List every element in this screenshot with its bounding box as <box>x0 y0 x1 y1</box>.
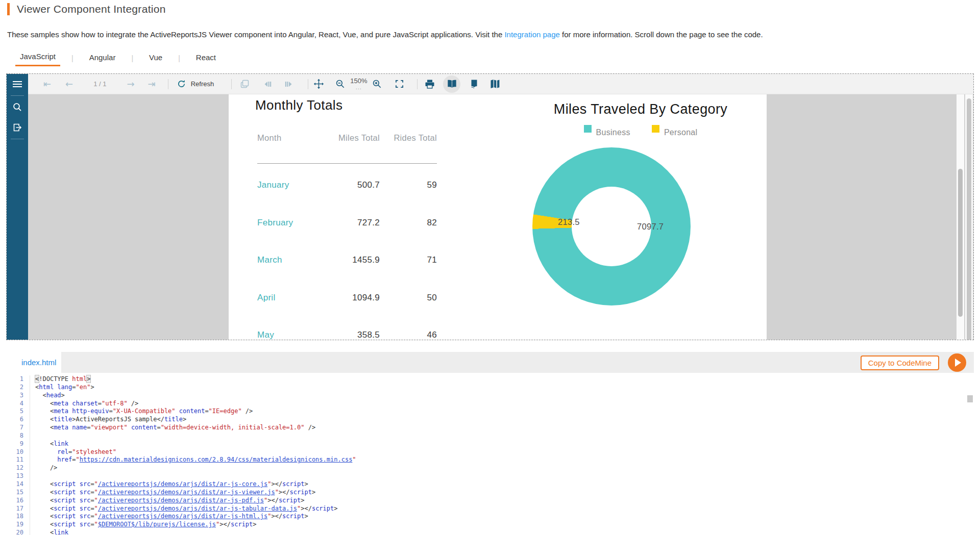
code-text: <script src="$DEMOROOT$/lib/purejs/licen… <box>30 521 257 529</box>
refresh-label[interactable]: Refresh <box>191 80 214 88</box>
history-forward-button[interactable] <box>284 80 293 89</box>
month-link[interactable]: January <box>257 180 334 218</box>
zoom-out-icon <box>335 79 345 89</box>
rides-total-cell: 50 <box>380 293 437 330</box>
line-number: 3 <box>6 392 30 400</box>
pan-move-icon <box>313 79 324 89</box>
zoom-out-button[interactable] <box>335 79 345 89</box>
export-icon <box>12 122 22 133</box>
code-line: 8 <box>6 432 974 440</box>
code-editor[interactable]: 1<!DOCTYPE html>2<html lang="en">3 <head… <box>6 373 974 535</box>
tab-javascript[interactable]: JavaScript <box>15 50 60 66</box>
page-description: These samples show how to integrate the … <box>7 30 763 39</box>
code-lines: 1<!DOCTYPE html>2<html lang="en">3 <head… <box>6 375 974 535</box>
line-number: 5 <box>6 407 30 416</box>
tab-angular[interactable]: Angular <box>85 51 120 66</box>
tab-react[interactable]: React <box>191 51 220 66</box>
single-page-view-button[interactable] <box>443 75 460 93</box>
legend-swatch-personal <box>652 125 659 133</box>
code-line: 10 rel="stylesheet" <box>6 448 974 456</box>
sidebar-divider <box>11 139 24 139</box>
page-title: Viewer Component Integration <box>17 3 166 15</box>
legend-label-business: Business <box>596 128 630 137</box>
previous-page-icon: ← <box>65 80 73 89</box>
table-rows: January500.759February727.282March1455.9… <box>257 180 437 340</box>
viewer-scrollbar-track <box>965 94 973 340</box>
miles-total-cell: 358.5 <box>334 330 380 340</box>
month-link[interactable]: May <box>257 330 334 340</box>
legend-item-business: Business <box>584 125 630 137</box>
zoom-level-dropdown[interactable]: 150% ... <box>350 78 367 90</box>
previous-page-button[interactable]: ← <box>65 80 73 89</box>
viewer-scrollbar-thumb[interactable] <box>967 98 971 340</box>
tab-index-html[interactable]: index.html <box>6 352 61 373</box>
code-line: 12 /> <box>6 464 974 472</box>
copy-page-icon <box>240 79 250 89</box>
zoom-level-value: 150% <box>350 78 367 84</box>
chart-legend: Business Personal <box>514 125 767 137</box>
copy-to-codemine-button[interactable]: Copy to CodeMine <box>861 355 939 370</box>
continuous-view-button[interactable] <box>470 79 479 89</box>
code-text: <link <box>30 440 68 448</box>
search-button[interactable] <box>7 97 28 117</box>
rides-total-cell: 59 <box>380 180 437 218</box>
line-number: 17 <box>6 505 30 513</box>
print-button[interactable] <box>425 79 435 89</box>
integration-page-link[interactable]: Integration page <box>504 30 559 39</box>
legend-swatch-business <box>584 125 592 133</box>
refresh-button[interactable] <box>177 79 186 89</box>
code-line: 19 <script src="$DEMOROOT$/lib/purejs/li… <box>6 521 974 529</box>
viewer-sidebar <box>7 94 28 340</box>
code-line: 18 <script src="/activereportsjs/demos/a… <box>6 513 974 521</box>
report-viewer: ⇤ ← 1 / 1 → ⇥ Refresh 150% ... <box>6 73 974 340</box>
report-scrollbar-track <box>957 94 964 340</box>
zoom-more-dots: ... <box>356 85 362 90</box>
line-number: 14 <box>6 480 30 489</box>
code-scrollbar-thumb[interactable] <box>967 395 973 402</box>
rides-total-cell: 71 <box>380 255 437 293</box>
galley-view-button[interactable] <box>490 79 501 89</box>
run-button[interactable] <box>948 353 966 372</box>
month-link[interactable]: April <box>257 293 334 330</box>
fullscreen-button[interactable] <box>395 80 404 88</box>
last-page-button[interactable]: ⇥ <box>148 80 156 89</box>
month-link[interactable]: March <box>257 255 334 293</box>
sidebar-toggle-button[interactable] <box>7 74 28 94</box>
zoom-in-button[interactable] <box>372 79 382 89</box>
code-line: 3 <head> <box>6 392 974 400</box>
rides-total-cell: 46 <box>380 330 437 340</box>
code-line: 6 <title>ActiveReportsJS sample</title> <box>6 416 974 424</box>
code-text: <script src="/activereportsjs/demos/arjs… <box>30 480 308 489</box>
report-page: Monthly Totals Month Miles Total Rides T… <box>229 94 767 340</box>
table-row: February727.282 <box>257 218 437 256</box>
next-page-button[interactable]: → <box>127 80 134 89</box>
code-line: 5 <meta http-equiv="X-UA-Compatible" con… <box>6 407 974 416</box>
code-line: 15 <script src="/activereportsjs/demos/a… <box>6 489 974 497</box>
search-icon <box>12 102 22 112</box>
first-page-button[interactable]: ⇤ <box>43 80 51 89</box>
tab-vue[interactable]: Vue <box>144 51 167 66</box>
pan-tool-button[interactable] <box>313 79 324 89</box>
history-back-button[interactable] <box>263 80 272 89</box>
miles-total-cell: 500.7 <box>334 180 380 218</box>
gallery-copy-button[interactable] <box>240 79 250 89</box>
book-view-icon <box>447 79 457 89</box>
code-text: <title>ActiveReportsJS sample</title> <box>30 416 186 424</box>
line-number: 9 <box>6 440 30 448</box>
code-text: <script src="/activereportsjs/demos/arjs… <box>30 505 338 513</box>
page-number-indicator: 1 / 1 <box>93 80 106 88</box>
chart-title: Miles Traveled By Category <box>514 101 767 117</box>
code-text: <script src="/activereportsjs/demos/arjs… <box>30 489 315 497</box>
table-row: March1455.971 <box>257 255 437 293</box>
back-icon <box>263 80 272 89</box>
report-scrollbar-thumb[interactable] <box>958 169 963 317</box>
first-page-icon: ⇤ <box>43 80 51 89</box>
fullscreen-icon <box>395 80 404 88</box>
viewer-toolbar: ⇤ ← 1 / 1 → ⇥ Refresh 150% ... <box>7 74 973 94</box>
month-link[interactable]: February <box>257 218 334 256</box>
toolbar-separator <box>168 79 168 89</box>
export-button[interactable] <box>7 117 28 138</box>
line-number: 12 <box>6 464 30 472</box>
line-number: 18 <box>6 513 30 521</box>
tab-separator: | <box>178 54 180 62</box>
